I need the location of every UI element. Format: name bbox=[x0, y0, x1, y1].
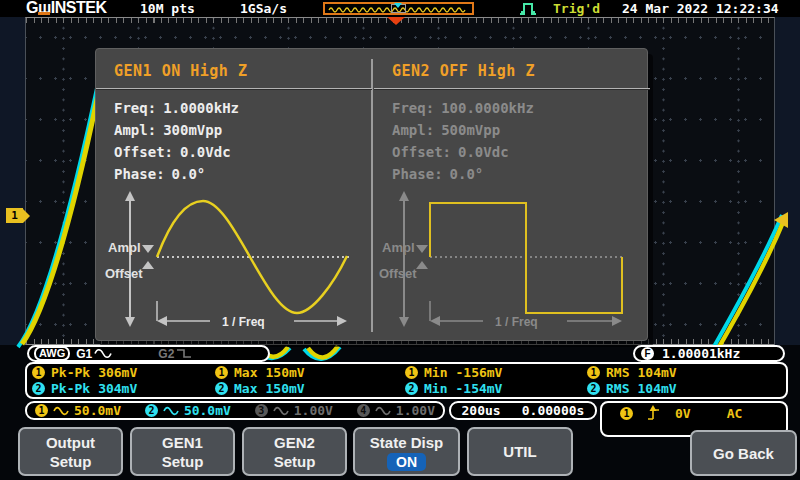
ch1-trace-right bbox=[712, 220, 784, 359]
timebase-scale: 200us bbox=[462, 403, 501, 418]
gen2-separator bbox=[374, 88, 650, 90]
gen1-freq-value: 1.0000kHz bbox=[163, 100, 239, 116]
channel-4-status[interactable]: 4 1.00V bbox=[357, 403, 435, 418]
measurement-row-ch1: 1Pk-Pk306mV 1Max150mV 1Min-156mV 1RMS104… bbox=[27, 365, 786, 381]
gen1-ampl-diagram-label: Ampl bbox=[108, 240, 141, 255]
ac-coupling-icon bbox=[273, 406, 289, 416]
gen2-setup-button[interactable]: GEN2Setup bbox=[242, 427, 347, 476]
freq-counter-value: 1.00001kHz bbox=[662, 346, 740, 361]
awg-badge: AWG bbox=[34, 346, 70, 361]
gen2-ampl-label: Ampl: bbox=[392, 122, 434, 138]
timebase-position: 0.00000s bbox=[522, 403, 585, 418]
marker-tip-icon bbox=[23, 209, 30, 223]
ac-coupling-icon bbox=[163, 406, 179, 416]
gen2-params: Freq:100.0000kHz Ampl:500mVpp Offset:0.0… bbox=[392, 100, 650, 182]
gwinstek-logo: GшINSTEK bbox=[26, 0, 106, 17]
gen2-freq-value: 100.0000kHz bbox=[441, 100, 534, 116]
channel-status-bar: 1 50.0mV 2 50.0mV 3 1.00V 4 1.00V bbox=[25, 401, 445, 420]
frequency-counter: F 1.00001kHz bbox=[633, 345, 785, 362]
gen1-freq-label: Freq: bbox=[114, 100, 156, 116]
memory-bar[interactable] bbox=[323, 2, 474, 15]
ac-coupling-icon bbox=[375, 406, 391, 416]
gen1-sine-diagram: Ampl Offset 1 / Freq bbox=[100, 189, 362, 334]
ch2-trace-left bbox=[18, 79, 99, 347]
channel-1-status[interactable]: 1 50.0mV bbox=[35, 403, 121, 418]
gen2-offset-label: Offset: bbox=[392, 144, 451, 160]
go-back-button[interactable]: Go Back bbox=[690, 430, 797, 476]
gen1-phase-label: Phase: bbox=[114, 166, 165, 182]
ac-coupling-icon bbox=[53, 406, 69, 416]
trigger-position-icon[interactable] bbox=[387, 17, 405, 25]
gen2-square-icon bbox=[176, 348, 192, 359]
gen1-phase-value: 0.0° bbox=[172, 166, 206, 182]
datetime: 24 Mar 2022 12:22:34 bbox=[622, 1, 779, 16]
state-disp-button[interactable]: State Disp ON bbox=[353, 427, 460, 476]
trigger-status: Trig'd bbox=[553, 1, 600, 16]
gen2-status-tag: G2 bbox=[158, 347, 192, 361]
gen1-title: GEN1 ON High Z bbox=[114, 62, 372, 80]
gen1-setup-button[interactable]: GEN1Setup bbox=[130, 427, 235, 476]
oscilloscope-screen: GшINSTEK 10M pts 1GSa/s Trig'd 24 Mar 20… bbox=[0, 0, 800, 480]
square-waveform-icon bbox=[430, 203, 622, 313]
gen2-offset-diagram-label: Offset bbox=[379, 266, 417, 281]
awg-status-bar[interactable]: AWG G1 G2 bbox=[27, 345, 270, 362]
gen1-offset-value: 0.0Vdc bbox=[180, 144, 231, 160]
gen2-title: GEN2 OFF High Z bbox=[392, 62, 650, 80]
gen1-sine-icon bbox=[94, 348, 112, 359]
channel-2-status[interactable]: 2 50.0mV bbox=[145, 403, 231, 418]
timebase-status[interactable]: 200us 0.00000s bbox=[449, 401, 597, 420]
gen1-ampl-value: 300mVpp bbox=[163, 122, 222, 138]
gen2-phase-value: 0.0° bbox=[450, 166, 484, 182]
gen1-ampl-label: Ampl: bbox=[114, 122, 156, 138]
trigger-level: 0V bbox=[675, 406, 691, 421]
trigger-pulse-icon bbox=[519, 1, 542, 16]
gen2-panel: GEN2 OFF High Z Freq:100.0000kHz Ampl:50… bbox=[374, 49, 650, 340]
trigger-source: 1 bbox=[620, 407, 633, 420]
ch1-position-marker[interactable]: 1 bbox=[6, 208, 30, 223]
measurements-box: 1Pk-Pk306mV 1Max150mV 1Min-156mV 1RMS104… bbox=[25, 362, 788, 399]
measurement-row-ch2: 2Pk-Pk304mV 2Max150mV 2Min-154mV 2RMS104… bbox=[27, 381, 786, 397]
sample-rate: 1GSa/s bbox=[240, 1, 287, 16]
gen1-period-label: 1 / Freq bbox=[222, 315, 265, 329]
ch2-trace-right bbox=[708, 215, 782, 357]
rising-edge-icon bbox=[647, 405, 661, 421]
gen2-freq-label: Freq: bbox=[392, 100, 434, 116]
gen1-status-tag: G1 bbox=[76, 347, 112, 361]
gen2-offset-value: 0.0Vdc bbox=[458, 144, 509, 160]
gen2-phase-label: Phase: bbox=[392, 166, 443, 182]
gen2-ampl-diagram-label: Ampl bbox=[382, 240, 415, 255]
gen1-params: Freq:1.0000kHz Ampl:300mVpp Offset:0.0Vd… bbox=[114, 100, 372, 182]
trigger-level-marker[interactable] bbox=[774, 212, 788, 228]
gen1-separator bbox=[96, 88, 372, 90]
output-setup-button[interactable]: OutputSetup bbox=[18, 427, 123, 476]
gen2-square-diagram: Ampl Offset 1 / Freq bbox=[376, 189, 638, 334]
gen1-panel: GEN1 ON High Z Freq:1.0000kHz Ampl:300mV… bbox=[96, 49, 372, 340]
top-status-bar: GшINSTEK 10M pts 1GSa/s Trig'd 24 Mar 20… bbox=[0, 0, 800, 17]
gen1-offset-label: Offset: bbox=[114, 144, 173, 160]
gen2-period-label: 1 / Freq bbox=[495, 315, 538, 329]
gen2-ampl-value: 500mVpp bbox=[441, 122, 500, 138]
channel-3-status[interactable]: 3 1.00V bbox=[255, 403, 333, 418]
gen1-offset-diagram-label: Offset bbox=[105, 266, 143, 281]
memory-depth: 10M pts bbox=[140, 1, 195, 16]
freq-counter-icon: F bbox=[641, 347, 654, 360]
state-disp-on-badge: ON bbox=[387, 453, 426, 471]
trigger-coupling: AC bbox=[727, 406, 743, 421]
util-button[interactable]: UTIL bbox=[467, 427, 573, 476]
awg-settings-dialog: GEN1 ON High Z Freq:1.0000kHz Ampl:300mV… bbox=[95, 48, 648, 341]
memory-position-icon bbox=[394, 3, 402, 8]
